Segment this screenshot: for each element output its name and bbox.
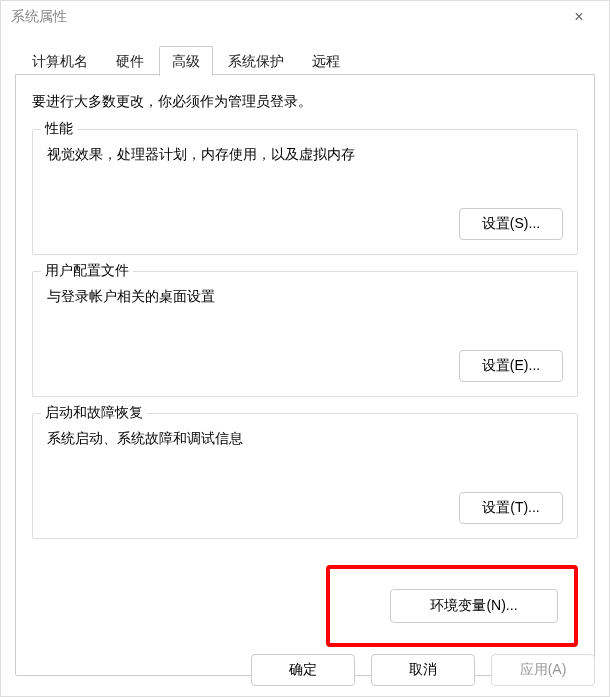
system-properties-window: 系统属性 × 计算机名 硬件 高级 系统保护 远程 要进行大多数更改，你必须作为… <box>0 0 610 697</box>
tab-system-protection[interactable]: 系统保护 <box>215 46 297 76</box>
tab-hardware[interactable]: 硬件 <box>103 46 157 76</box>
group-user-profiles-desc: 与登录帐户相关的桌面设置 <box>47 288 563 306</box>
user-profiles-settings-button[interactable]: 设置(E)... <box>459 350 563 382</box>
tab-remote[interactable]: 远程 <box>299 46 353 76</box>
group-startup-recovery-desc: 系统启动、系统故障和调试信息 <box>47 430 563 448</box>
close-icon[interactable]: × <box>559 8 599 26</box>
admin-note: 要进行大多数更改，你必须作为管理员登录。 <box>32 93 578 111</box>
group-performance: 性能 视觉效果，处理器计划，内存使用，以及虚拟内存 设置(S)... <box>32 129 578 255</box>
group-performance-legend: 性能 <box>41 120 77 138</box>
group-startup-recovery: 启动和故障恢复 系统启动、系统故障和调试信息 设置(T)... <box>32 413 578 539</box>
startup-recovery-settings-button[interactable]: 设置(T)... <box>459 492 563 524</box>
tab-advanced[interactable]: 高级 <box>159 46 213 76</box>
group-user-profiles: 用户配置文件 与登录帐户相关的桌面设置 设置(E)... <box>32 271 578 397</box>
group-performance-desc: 视觉效果，处理器计划，内存使用，以及虚拟内存 <box>47 146 563 164</box>
titlebar: 系统属性 × <box>1 1 609 33</box>
environment-variables-button[interactable]: 环境变量(N)... <box>390 589 558 623</box>
environment-variables-row: 环境变量(N)... <box>32 555 578 657</box>
ok-button[interactable]: 确定 <box>251 654 355 686</box>
highlight-annotation: 环境变量(N)... <box>326 565 578 647</box>
apply-button[interactable]: 应用(A) <box>491 654 595 686</box>
dialog-footer: 确定 取消 应用(A) <box>251 654 595 686</box>
performance-settings-button[interactable]: 设置(S)... <box>459 208 563 240</box>
content-area: 计算机名 硬件 高级 系统保护 远程 要进行大多数更改，你必须作为管理员登录。 … <box>1 33 609 676</box>
window-title: 系统属性 <box>11 8 559 26</box>
group-user-profiles-legend: 用户配置文件 <box>41 262 133 280</box>
group-startup-recovery-legend: 启动和故障恢复 <box>41 404 147 422</box>
cancel-button[interactable]: 取消 <box>371 654 475 686</box>
tab-strip: 计算机名 硬件 高级 系统保护 远程 <box>19 45 595 75</box>
tab-computer-name[interactable]: 计算机名 <box>19 46 101 76</box>
tab-panel-advanced: 要进行大多数更改，你必须作为管理员登录。 性能 视觉效果，处理器计划，内存使用，… <box>15 74 595 676</box>
